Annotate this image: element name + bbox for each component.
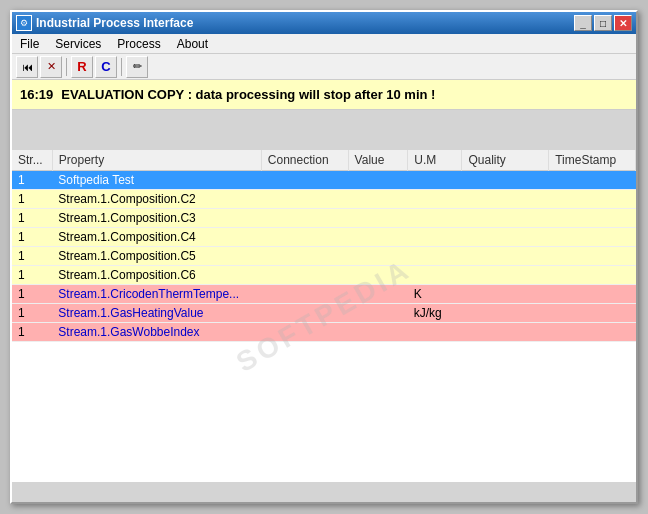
cell-quality	[462, 190, 549, 209]
cell-str: 1	[12, 209, 52, 228]
cell-timestamp	[549, 285, 636, 304]
cell-timestamp	[549, 266, 636, 285]
status-message: EVALUATION COPY : data processing will s…	[61, 87, 435, 102]
cell-str: 1	[12, 266, 52, 285]
table-container[interactable]: SOFTPEDIA Str... Property Connection Val…	[12, 150, 636, 482]
cell-timestamp	[549, 323, 636, 342]
cell-connection	[261, 285, 348, 304]
cell-str: 1	[12, 323, 52, 342]
cell-property: Softpedia Test	[52, 171, 261, 190]
cell-value	[348, 285, 408, 304]
cell-timestamp	[549, 228, 636, 247]
menu-services[interactable]: Services	[47, 34, 109, 53]
cell-um	[408, 228, 462, 247]
col-header-quality: Quality	[462, 150, 549, 171]
data-table: Str... Property Connection Value U.M Qua…	[12, 150, 636, 342]
cell-um	[408, 209, 462, 228]
col-header-value: Value	[348, 150, 408, 171]
cell-property: Stream.1.Composition.C2	[52, 190, 261, 209]
cell-value	[348, 171, 408, 190]
close-button[interactable]: ✕	[614, 15, 632, 31]
table-row[interactable]: 1 Stream.1.Composition.C6	[12, 266, 636, 285]
title-controls: _ □ ✕	[574, 15, 632, 31]
cell-value	[348, 266, 408, 285]
cell-timestamp	[549, 247, 636, 266]
table-header: Str... Property Connection Value U.M Qua…	[12, 150, 636, 171]
cell-um: kJ/kg	[408, 304, 462, 323]
cell-value	[348, 209, 408, 228]
cell-um: K	[408, 285, 462, 304]
cell-value	[348, 304, 408, 323]
cell-quality	[462, 171, 549, 190]
col-header-um: U.M	[408, 150, 462, 171]
cell-quality	[462, 285, 549, 304]
window-title: Industrial Process Interface	[36, 16, 193, 30]
table-row[interactable]: 1 Stream.1.Composition.C4	[12, 228, 636, 247]
cell-quality	[462, 266, 549, 285]
cell-timestamp	[549, 304, 636, 323]
table-row[interactable]: 1 Stream.1.CricodenThermTempe... K	[12, 285, 636, 304]
cell-quality	[462, 323, 549, 342]
main-window: ⚙ Industrial Process Interface _ □ ✕ Fil…	[10, 10, 638, 504]
cell-timestamp	[549, 209, 636, 228]
menu-about[interactable]: About	[169, 34, 216, 53]
content-area: SOFTPEDIA Str... Property Connection Val…	[12, 110, 636, 502]
status-bar: 16:19 EVALUATION COPY : data processing …	[12, 80, 636, 110]
toolbar-separator	[66, 58, 67, 76]
cell-connection	[261, 209, 348, 228]
cell-connection	[261, 171, 348, 190]
cell-quality	[462, 209, 549, 228]
cell-timestamp	[549, 190, 636, 209]
cell-value	[348, 228, 408, 247]
table-row[interactable]: 1 Stream.1.Composition.C2	[12, 190, 636, 209]
cell-timestamp	[549, 171, 636, 190]
toolbar-connect-button[interactable]: C	[95, 56, 117, 78]
time-label: 16:19	[20, 87, 53, 102]
cell-quality	[462, 304, 549, 323]
cell-str: 1	[12, 190, 52, 209]
cell-str: 1	[12, 285, 52, 304]
col-header-connection: Connection	[261, 150, 348, 171]
menu-bar: File Services Process About	[12, 34, 636, 54]
title-bar: ⚙ Industrial Process Interface _ □ ✕	[12, 12, 636, 34]
bottom-gray-area	[12, 482, 636, 502]
cell-property: Stream.1.Composition.C6	[52, 266, 261, 285]
toolbar-edit-button[interactable]: ✏	[126, 56, 148, 78]
toolbar-record-button[interactable]: R	[71, 56, 93, 78]
table-row[interactable]: 1 Stream.1.GasWobbeIndex	[12, 323, 636, 342]
cell-property: Stream.1.Composition.C3	[52, 209, 261, 228]
minimize-button[interactable]: _	[574, 15, 592, 31]
table-row[interactable]: 1 Stream.1.GasHeatingValue kJ/kg	[12, 304, 636, 323]
maximize-button[interactable]: □	[594, 15, 612, 31]
cell-um	[408, 266, 462, 285]
cell-connection	[261, 190, 348, 209]
col-header-timestamp: TimeStamp	[549, 150, 636, 171]
cell-quality	[462, 228, 549, 247]
table-row[interactable]: 1 Stream.1.Composition.C3	[12, 209, 636, 228]
toolbar: ⏮ ✕ R C ✏	[12, 54, 636, 80]
title-bar-left: ⚙ Industrial Process Interface	[16, 15, 193, 31]
table-body: 1 Softpedia Test 1 Stream.1.Composition.…	[12, 171, 636, 342]
cell-value	[348, 323, 408, 342]
cell-connection	[261, 323, 348, 342]
cell-property: Stream.1.Composition.C5	[52, 247, 261, 266]
cell-str: 1	[12, 304, 52, 323]
col-header-str: Str...	[12, 150, 52, 171]
empty-space	[12, 110, 636, 150]
table-row[interactable]: 1 Softpedia Test	[12, 171, 636, 190]
cell-property: Stream.1.CricodenThermTempe...	[52, 285, 261, 304]
cell-property: Stream.1.GasWobbeIndex	[52, 323, 261, 342]
cell-um	[408, 247, 462, 266]
cell-um	[408, 171, 462, 190]
cell-um	[408, 190, 462, 209]
cell-str: 1	[12, 171, 52, 190]
cell-property: Stream.1.Composition.C4	[52, 228, 261, 247]
col-header-property: Property	[52, 150, 261, 171]
toolbar-separator-2	[121, 58, 122, 76]
toolbar-stop-button[interactable]: ✕	[40, 56, 62, 78]
menu-process[interactable]: Process	[109, 34, 168, 53]
menu-file[interactable]: File	[12, 34, 47, 53]
toolbar-rewind-button[interactable]: ⏮	[16, 56, 38, 78]
table-row[interactable]: 1 Stream.1.Composition.C5	[12, 247, 636, 266]
cell-quality	[462, 247, 549, 266]
